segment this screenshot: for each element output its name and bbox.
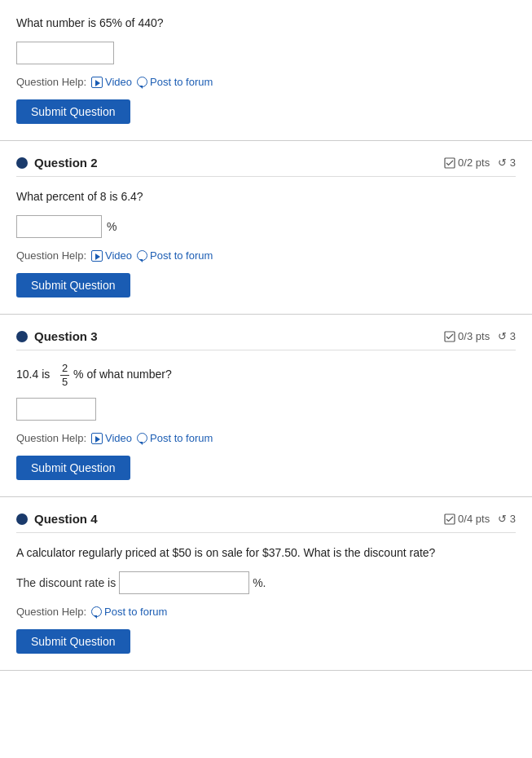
question-4-reset[interactable]: ↺ 3 [498,513,516,525]
question-3-help: Question Help: Video Post to forum [16,432,516,444]
question-2-reset[interactable]: ↺ 3 [498,156,516,169]
forum-icon-q2 [137,250,147,261]
question-1-forum-link[interactable]: Post to forum [137,76,213,88]
question-3-video-label: Video [105,432,132,444]
question-4-inline-row: The discount rate is %. [16,571,516,594]
question-2-body: What percent of 8 is 6.4? [16,188,516,205]
question-2-forum-label: Post to forum [150,249,213,262]
question-4-submit[interactable]: Submit Question [16,629,130,654]
question-1-input-row [16,42,516,64]
question-1-video-label: Video [105,76,132,88]
question-1-text: What number is 65% of 440? [16,16,164,29]
forum-icon [137,77,147,87]
question-3-video-link[interactable]: Video [91,432,132,444]
question-1-submit[interactable]: Submit Question [16,99,130,124]
question-4-inline-suffix: %. [253,576,266,589]
question-3-body-post: % of what number? [73,368,172,381]
question-1-video-link[interactable]: Video [91,76,132,88]
question-2-help-label: Question Help: [16,249,86,262]
question-2-help: Question Help: Video Post to forum [16,249,516,262]
question-3-body-pre: 10.4 is [16,368,50,381]
question-4-header: Question 4 0/4 pts ↺ 3 [16,512,516,533]
question-3-forum-link[interactable]: Post to forum [137,432,213,444]
question-2-suffix: % [107,220,117,233]
question-4-body: A calculator regularly priced at $50 is … [16,544,516,562]
video-icon-q3 [91,433,103,444]
svg-rect-0 [445,158,455,168]
pts-icon-svg-q3 [444,331,455,342]
question-3-input[interactable] [16,398,96,421]
question-3-fraction: 2 5 [60,362,69,388]
question-4-help-label: Question Help: [16,606,86,618]
question-2-pts: 0/2 pts [444,156,490,169]
question-2-title: Question 2 [34,156,98,170]
question-1-block: What number is 65% of 440? Question Help… [0,0,532,141]
question-4-dot [16,513,28,525]
question-4-forum-link[interactable]: Post to forum [91,606,167,618]
forum-icon-q4 [91,606,102,617]
question-2-text: What percent of 8 is 6.4? [16,190,143,203]
question-3-dot [16,331,28,342]
question-1-body: What number is 65% of 440? [16,15,516,32]
question-2-video-link[interactable]: Video [91,249,132,262]
video-icon-q2 [91,250,103,262]
question-2-dot [16,157,28,169]
question-4-help: Question Help: Post to forum [16,606,516,618]
question-4-inline-prefix: The discount rate is [16,576,116,589]
question-1-forum-label: Post to forum [150,76,213,88]
question-4-forum-label: Post to forum [104,606,167,618]
svg-rect-2 [445,514,455,524]
question-3-input-row [16,398,516,421]
question-3-body: 10.4 is 2 5 % of what number? [16,362,516,388]
question-2-block: Question 2 0/2 pts ↺ 3 What percent of 8… [0,141,532,315]
question-4-title: Question 4 [34,512,98,526]
question-4-block: Question 4 0/4 pts ↺ 3 A calculator regu… [0,497,532,671]
question-3-reset[interactable]: ↺ 3 [498,330,516,342]
question-2-video-label: Video [105,249,132,262]
question-1-input[interactable] [16,42,114,64]
question-3-space1 [53,368,56,381]
question-1-help: Question Help: Video Post to forum [16,76,516,88]
question-2-forum-link[interactable]: Post to forum [137,249,213,262]
svg-rect-1 [445,332,455,342]
question-3-header: Question 3 0/3 pts ↺ 3 [16,329,516,350]
question-3-pts: 0/3 pts [444,330,490,342]
fraction-numerator: 2 [60,362,69,376]
pts-icon-svg-q4 [444,513,455,525]
question-4-pts: 0/4 pts [444,513,490,525]
pts-icon-svg [444,157,455,169]
video-icon [91,77,103,88]
question-3-help-label: Question Help: [16,432,86,444]
question-3-submit[interactable]: Submit Question [16,456,130,480]
question-2-header: Question 2 0/2 pts ↺ 3 [16,156,516,177]
question-2-submit[interactable]: Submit Question [16,273,130,297]
forum-icon-q3 [137,433,147,443]
question-3-forum-label: Post to forum [150,432,213,444]
question-3-block: Question 3 0/3 pts ↺ 3 10.4 is 2 5 % of … [0,315,532,497]
question-1-help-label: Question Help: [16,76,86,88]
question-4-text: A calculator regularly priced at $50 is … [16,546,435,559]
question-2-input-row: % [16,215,516,238]
question-4-input[interactable] [119,571,249,594]
question-3-title: Question 3 [34,329,98,343]
fraction-denominator: 5 [60,376,69,389]
question-2-input[interactable] [16,215,102,238]
